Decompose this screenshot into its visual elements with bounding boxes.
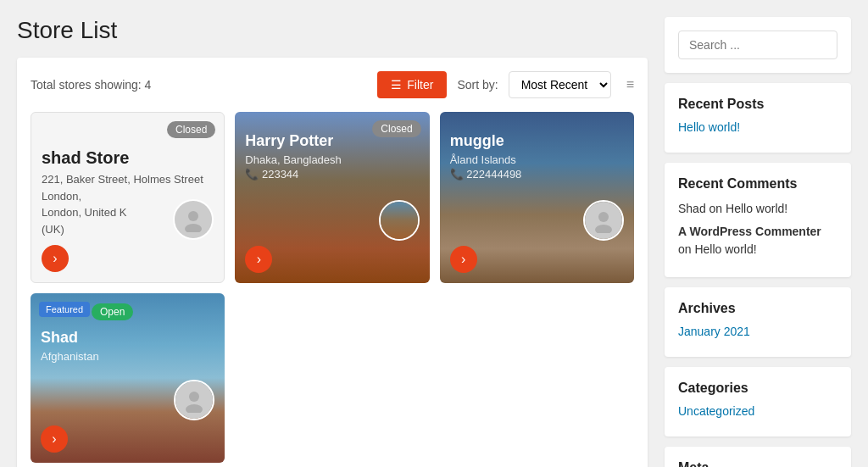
search-widget	[665, 17, 851, 73]
sort-select[interactable]: Most Recent Oldest Name A-Z	[509, 71, 611, 98]
sort-label: Sort by:	[457, 78, 498, 92]
card-phone: 📞 223344	[245, 168, 419, 181]
card-address: Åland Islands	[450, 153, 624, 166]
store-container: Total stores showing: 4 ☰ Filter Sort by…	[17, 58, 648, 467]
card-phone: 📞 222444498	[450, 168, 624, 181]
meta-title: Meta	[678, 460, 837, 467]
toolbar: Total stores showing: 4 ☰ Filter Sort by…	[31, 71, 634, 98]
recent-comments-title: Recent Comments	[678, 176, 837, 192]
view-icons: ⁤ ≡	[621, 77, 634, 92]
page-title: Store List	[17, 17, 648, 44]
recent-posts-widget: Recent Posts Hello world!	[665, 83, 851, 153]
recent-posts-title: Recent Posts	[678, 97, 837, 112]
featured-badge: Featured	[39, 302, 90, 317]
store-card: Featured Open Shad Afghanistan	[31, 293, 225, 463]
comment-item: A WordPress Commenter on Hello world!	[678, 223, 837, 259]
category-link[interactable]: Uncategorized	[678, 404, 837, 418]
archives-title: Archives	[678, 301, 837, 316]
meta-widget: Meta	[665, 447, 851, 467]
store-card: muggle Åland Islands 📞 222444498	[440, 112, 634, 283]
categories-widget: Categories Uncategorized	[665, 367, 851, 436]
recent-comments-widget: Recent Comments Shad on Hello world! A W…	[665, 163, 851, 277]
status-badge: Closed	[167, 121, 215, 138]
card-title: shad Store	[42, 148, 214, 168]
store-card: Closed shad Store 221, Baker Street, Hol…	[31, 112, 225, 283]
card-title: muggle	[450, 132, 624, 150]
sidebar: Recent Posts Hello world! Recent Comment…	[665, 17, 851, 467]
search-input[interactable]	[678, 31, 837, 59]
archives-widget: Archives January 2021	[665, 287, 851, 357]
comment-item: Shad on Hello world!	[678, 200, 837, 218]
card-address: Afghanistan	[41, 350, 214, 363]
list-view-icon[interactable]: ≡	[626, 77, 634, 92]
card-address: 221, Baker Street, Holmes StreetLondon,L…	[42, 171, 214, 237]
status-badge: Open	[92, 303, 133, 320]
status-badge: Closed	[372, 120, 420, 137]
card-address: Dhaka, Bangladesh	[245, 153, 419, 166]
categories-title: Categories	[678, 381, 837, 396]
filter-button[interactable]: ☰ Filter	[377, 71, 447, 98]
store-count: Total stores showing: 4	[31, 78, 367, 92]
recent-post-link[interactable]: Hello world!	[678, 120, 837, 134]
filter-icon: ☰	[391, 78, 402, 92]
store-card: Closed Harry Potter Dhaka, Bangladesh 📞 …	[235, 112, 429, 283]
archive-link[interactable]: January 2021	[678, 325, 837, 338]
card-title: Shad	[41, 329, 214, 347]
cards-grid: Closed shad Store 221, Baker Street, Hol…	[31, 112, 634, 463]
